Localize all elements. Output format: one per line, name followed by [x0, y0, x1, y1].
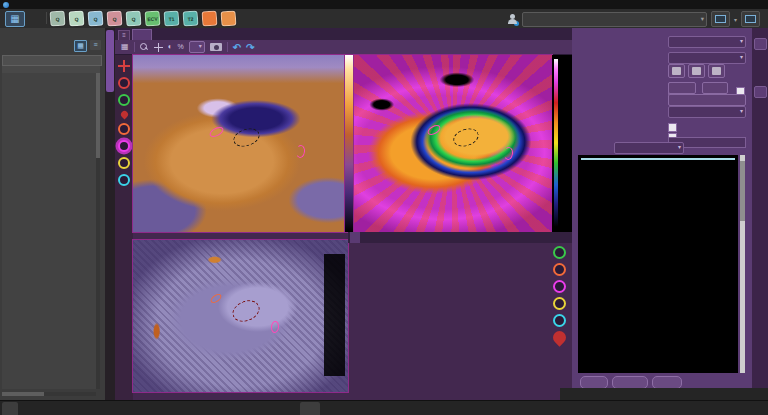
left-tab-strip: [105, 28, 115, 400]
title-bar: [0, 0, 768, 9]
app-icon[interactable]: T1: [163, 10, 179, 26]
maximize-button[interactable]: [740, 0, 754, 9]
tab-bullseye-t1-post[interactable]: [383, 232, 393, 243]
roi-1-button[interactable]: [553, 263, 566, 276]
roi-contour-magenta[interactable]: [208, 125, 225, 139]
view-tab[interactable]: [264, 402, 280, 415]
stop-button[interactable]: [702, 82, 728, 94]
registration-option-1[interactable]: [668, 64, 685, 78]
layout-preset-caret[interactable]: ▾: [734, 16, 737, 23]
pan-icon[interactable]: [154, 43, 163, 52]
roi-contour-dashed[interactable]: [451, 126, 481, 150]
redo-button[interactable]: [246, 42, 254, 53]
roi-3-tool[interactable]: [118, 157, 130, 169]
roi-contour-open[interactable]: [295, 145, 306, 159]
layout-preset-button[interactable]: [711, 11, 730, 27]
roi-contour-magenta[interactable]: [270, 320, 279, 333]
series-list-header: [2, 66, 100, 73]
tab-bullseye-t1-native[interactable]: [372, 232, 382, 243]
correction-factor-dropdown[interactable]: [668, 52, 746, 64]
t1-graph-svg: [348, 243, 572, 389]
roi-2-button[interactable]: [553, 280, 566, 293]
app-icon[interactable]: [220, 10, 236, 26]
roi-contour-dashed[interactable]: [229, 296, 262, 325]
contrast-icon[interactable]: [168, 42, 173, 52]
qmap-settings-panel: [572, 28, 752, 388]
qmap-ecv-tab[interactable]: [300, 402, 320, 415]
roi-contour-magenta[interactable]: [426, 123, 442, 137]
reports-dropdown[interactable]: [614, 142, 684, 154]
undo-button[interactable]: [233, 42, 241, 53]
report-tab[interactable]: [398, 402, 414, 415]
bottom-tab-bar: [0, 400, 768, 415]
zoom-icon[interactable]: [140, 43, 149, 52]
roi-3-button[interactable]: [553, 297, 566, 310]
roi-contour-open[interactable]: [504, 146, 515, 160]
export-button[interactable]: [668, 94, 746, 106]
ecv-map-image[interactable]: [354, 55, 552, 232]
tile-view-button[interactable]: ▦: [74, 40, 87, 52]
blood-pool-icon[interactable]: [119, 110, 129, 120]
tab-bullseye-ecv[interactable]: [361, 232, 371, 243]
series-list-vscrollbar[interactable]: [96, 73, 100, 389]
series-list-hscrollbar[interactable]: [2, 392, 96, 396]
app-icon[interactable]: Q: [106, 10, 122, 26]
layout-grid-icon[interactable]: [5, 11, 25, 27]
t1-pre-colorbar: [345, 55, 354, 232]
minimize-button[interactable]: [726, 0, 740, 9]
report-vertical-tab[interactable]: [754, 86, 767, 98]
t1-relaxation-graph: [348, 243, 572, 389]
series-browser-vertical-tab[interactable]: [106, 30, 114, 92]
reset-layout-button[interactable]: [741, 11, 760, 27]
app-icon[interactable]: T2: [182, 10, 198, 26]
results-bottom-tab[interactable]: [88, 402, 104, 415]
roi-4-tool[interactable]: [118, 174, 130, 186]
help-button[interactable]: [30, 11, 42, 25]
app-icon[interactable]: ECV: [144, 10, 160, 26]
app-icon[interactable]: [201, 10, 217, 26]
epi-contour-icon[interactable]: [118, 94, 130, 106]
roi-4-button[interactable]: [553, 314, 566, 327]
window-level-icon[interactable]: [177, 42, 183, 52]
ecv-colorbar-gradient: [554, 59, 558, 227]
app-icon[interactable]: Q: [49, 10, 65, 26]
overlay-dropdown[interactable]: [668, 106, 746, 118]
app-icon[interactable]: Q: [68, 10, 84, 26]
status-bar: [560, 388, 768, 400]
tab-graph[interactable]: [350, 232, 360, 243]
roi-contour-orange[interactable]: [209, 292, 223, 305]
preset-dropdown[interactable]: [189, 41, 205, 53]
report-area: [578, 155, 738, 373]
browser-tab[interactable]: [216, 402, 232, 415]
close-button[interactable]: [754, 0, 768, 9]
registration-option-3[interactable]: [708, 64, 725, 78]
roi-1-tool[interactable]: [118, 123, 130, 135]
patient-tab[interactable]: [2, 55, 102, 66]
app-window: QQQQQECVT1T2 ▾ ▦ ≡: [0, 0, 768, 415]
report-scrollbar[interactable]: [740, 155, 745, 373]
toolbox-vertical-tab[interactable]: [754, 38, 767, 50]
add-contour-icon[interactable]: [118, 60, 130, 72]
app-icon[interactable]: Q: [125, 10, 141, 26]
snapshot-icon[interactable]: [210, 43, 222, 51]
app-icon[interactable]: Q: [87, 10, 103, 26]
roi-2-tool[interactable]: [118, 140, 130, 152]
start-button[interactable]: [668, 82, 696, 94]
t1-post-image[interactable]: [133, 240, 348, 392]
viewport-toolbar: [115, 40, 572, 55]
graph-tab-bar: [348, 232, 574, 243]
t1-post-colorbar: [324, 254, 345, 376]
epi-roi-button[interactable]: [553, 246, 566, 259]
endo-contour-icon[interactable]: [118, 77, 130, 89]
toolbar-right-group: ▾: [507, 11, 764, 27]
acquisition-type-dropdown[interactable]: [668, 36, 746, 48]
registration-option-2[interactable]: [688, 64, 705, 78]
user-icon: [507, 14, 518, 25]
blood-pool-button[interactable]: [550, 328, 568, 346]
series-browser-bottom-tab[interactable]: [2, 402, 18, 415]
t1-pre-image[interactable]: [133, 55, 345, 232]
session-dropdown[interactable]: [522, 12, 707, 27]
pane-layout-icon[interactable]: [121, 42, 129, 52]
list-view-button[interactable]: ≡: [90, 40, 101, 50]
roi-contour-dashed[interactable]: [231, 126, 262, 151]
